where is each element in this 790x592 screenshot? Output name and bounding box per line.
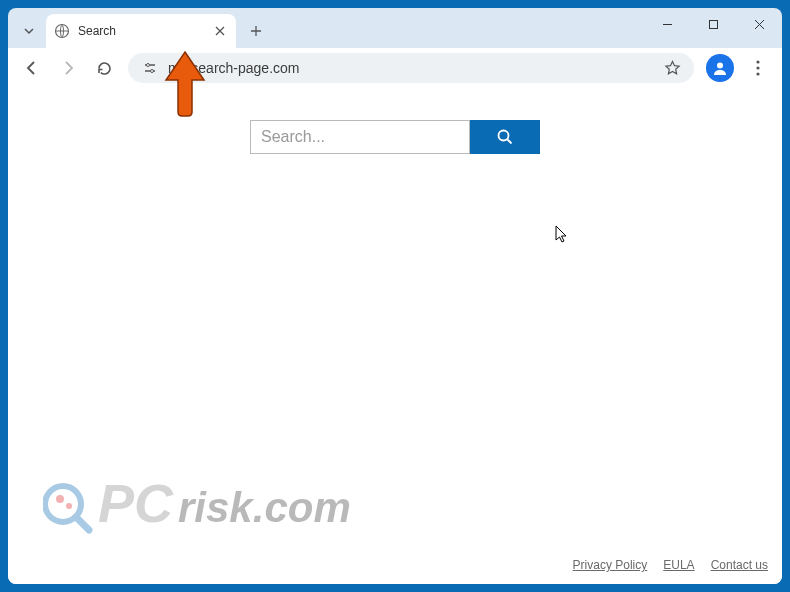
bookmark-button[interactable] [662,58,682,78]
search-input[interactable] [250,120,470,154]
search-form [8,88,782,154]
new-tab-button[interactable] [242,17,270,45]
svg-point-7 [756,72,759,75]
search-icon [496,128,514,146]
tab-search-button[interactable] [12,14,46,48]
footer-links: Privacy Policy EULA Contact us [573,558,768,572]
browser-tab[interactable]: Search [46,14,236,48]
svg-point-4 [717,63,723,69]
tune-icon [142,60,158,76]
minimize-icon [662,19,673,30]
browser-window: Search [8,8,782,584]
reload-button[interactable] [88,52,120,84]
site-settings-button[interactable] [140,58,160,78]
star-icon [664,60,681,77]
svg-text:PC: PC [98,473,174,533]
arrow-right-icon [59,59,77,77]
person-icon [711,59,729,77]
address-bar[interactable]: my-search-page.com [128,53,694,83]
url-text: my-search-page.com [168,60,654,76]
tab-title: Search [78,24,204,38]
eula-link[interactable]: EULA [663,558,694,572]
svg-point-2 [147,64,150,67]
close-icon [754,19,765,30]
svg-rect-1 [709,20,717,28]
tab-close-button[interactable] [212,23,228,39]
reload-icon [96,60,113,77]
search-button[interactable] [470,120,540,154]
privacy-link[interactable]: Privacy Policy [573,558,648,572]
svg-text:risk.com: risk.com [178,484,351,531]
close-window-button[interactable] [736,8,782,40]
plus-icon [250,25,262,37]
maximize-button[interactable] [690,8,736,40]
titlebar: Search [8,8,782,48]
svg-point-5 [756,60,759,63]
page-content: Privacy Policy EULA Contact us PC risk.c… [8,88,782,584]
maximize-icon [708,19,719,30]
svg-line-10 [76,517,89,530]
dots-vertical-icon [756,60,760,76]
svg-point-11 [56,495,64,503]
svg-point-9 [45,486,81,522]
svg-point-3 [151,70,154,73]
close-icon [215,26,225,36]
svg-point-12 [66,503,72,509]
chevron-down-icon [23,25,35,37]
svg-point-6 [756,66,759,69]
forward-button[interactable] [52,52,84,84]
minimize-button[interactable] [644,8,690,40]
arrow-left-icon [23,59,41,77]
menu-button[interactable] [742,52,774,84]
back-button[interactable] [16,52,48,84]
window-controls [644,8,782,40]
watermark: PC risk.com [43,464,403,548]
contact-link[interactable]: Contact us [711,558,768,572]
globe-icon [54,23,70,39]
svg-point-8 [499,131,509,141]
toolbar: my-search-page.com [8,48,782,88]
profile-button[interactable] [706,54,734,82]
